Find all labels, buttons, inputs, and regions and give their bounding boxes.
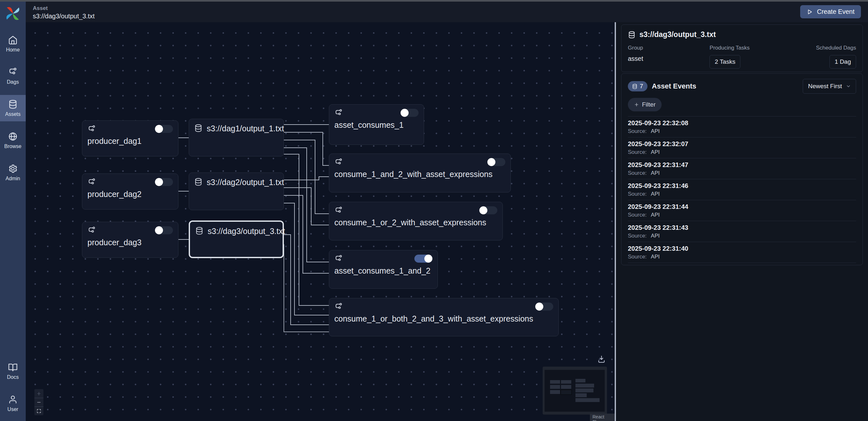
- event-timestamp: 2025-09-23 22:31:44: [628, 203, 856, 210]
- node-label: asset_consumes_1_and_2: [329, 264, 437, 276]
- panel-resizer[interactable]: [615, 22, 616, 421]
- dag-pause-toggle[interactable]: [487, 158, 505, 166]
- dag-node-consume-1-or-2[interactable]: consume_1_or_2_with_asset_expressions: [329, 202, 503, 241]
- asset-event-row: 2025-09-23 22:31:40 Source: API: [628, 242, 856, 263]
- dag-node-consume-1-or-both-2-and-3[interactable]: consume_1_or_both_2_and_3_with_asset_exp…: [329, 298, 559, 336]
- event-source-value: API: [651, 191, 660, 197]
- node-label: asset_consumes_1: [329, 119, 424, 130]
- dag-pause-toggle[interactable]: [401, 109, 418, 117]
- zoom-out-button[interactable]: [34, 398, 43, 406]
- sidebar-item-label: Admin: [5, 176, 20, 181]
- window-top-strip: [0, 0, 868, 2]
- add-filter-button[interactable]: Filter: [628, 98, 661, 111]
- node-label: producer_dag1: [82, 135, 178, 146]
- event-count-badge: 7: [628, 81, 648, 91]
- user-icon: [8, 395, 18, 404]
- sidebar-item-label: Dags: [7, 79, 19, 85]
- dag-icon: [8, 67, 18, 77]
- dag-icon: [334, 255, 343, 264]
- scheduled-dags-label: Scheduled Dags: [816, 45, 856, 51]
- producing-tasks-label: Producing Tasks: [710, 45, 749, 51]
- dag-pause-toggle[interactable]: [535, 303, 553, 311]
- database-icon: [195, 227, 204, 237]
- dag-pause-toggle[interactable]: [155, 178, 173, 186]
- dag-pause-toggle[interactable]: [155, 226, 173, 234]
- minimap-viewport: [545, 370, 605, 412]
- globe-icon: [8, 132, 18, 141]
- asset-details-panel: s3://dag3/output_3.txt Group asset Produ…: [616, 22, 868, 421]
- dag-node-producer-dag2[interactable]: producer_dag2: [82, 173, 179, 209]
- sidebar-item-label: User: [7, 406, 18, 412]
- dag-node-producer-dag3[interactable]: producer_dag3: [82, 222, 179, 258]
- dag-icon: [334, 303, 343, 312]
- event-timestamp: 2025-09-23 22:31:40: [628, 245, 856, 252]
- minimap[interactable]: [542, 367, 607, 415]
- page-title: s3://dag3/output_3.txt: [33, 12, 94, 20]
- event-source-label: Source:: [628, 191, 647, 197]
- dag-icon: [88, 125, 96, 135]
- dag-icon: [88, 226, 96, 236]
- event-source-value: API: [651, 170, 660, 176]
- asset-events-title: Asset Events: [652, 82, 696, 90]
- scheduled-dags-button[interactable]: 1 Dag: [830, 55, 856, 68]
- reactflow-attribution: React Flow: [590, 414, 615, 421]
- node-label: s3://dag3/output_3.txt: [208, 227, 285, 236]
- event-source-value: API: [651, 149, 660, 156]
- sidebar-item-dags[interactable]: Dags: [0, 63, 26, 89]
- dag-node-asset-consumes-1[interactable]: asset_consumes_1: [329, 104, 424, 145]
- event-source-label: Source:: [628, 149, 647, 156]
- event-source-label: Source:: [628, 233, 647, 239]
- asset-event-row: 2025-09-23 22:31:47 Source: API: [628, 158, 856, 179]
- sidebar-item-label: Home: [6, 47, 20, 53]
- event-timestamp: 2025-09-23 22:32:08: [628, 119, 856, 127]
- node-label: consume_1_or_2_with_asset_expressions: [329, 216, 502, 227]
- asset-node-dag2-output[interactable]: s3://dag2/output_1.txt: [189, 172, 284, 210]
- dag-node-producer-dag1[interactable]: producer_dag1: [82, 120, 179, 157]
- dag-icon: [334, 206, 343, 216]
- asset-node-dag3-output-selected[interactable]: s3://dag3/output_3.txt: [189, 221, 284, 258]
- node-label: consume_1_or_both_2_and_3_with_asset_exp…: [329, 312, 558, 324]
- sort-order-select[interactable]: Newest First: [803, 79, 856, 94]
- node-label: producer_dag3: [82, 236, 178, 247]
- sidebar-item-docs[interactable]: Docs: [0, 358, 26, 384]
- dag-pause-toggle[interactable]: [155, 125, 173, 133]
- event-source-label: Source:: [628, 254, 647, 260]
- asset-event-row: 2025-09-23 22:32:07 Source: API: [628, 137, 856, 158]
- create-event-button[interactable]: Create Event: [800, 5, 861, 18]
- book-icon: [8, 362, 18, 372]
- sidebar-item-home[interactable]: Home: [0, 31, 26, 57]
- producing-tasks-button[interactable]: 2 Tasks: [710, 55, 740, 68]
- node-label: consume_1_and_2_with_asset_expressions: [329, 168, 510, 179]
- event-timestamp: 2025-09-23 22:32:07: [628, 140, 856, 148]
- asset-node-dag1-output[interactable]: s3://dag1/output_1.txt: [189, 119, 284, 157]
- node-label: producer_dag2: [82, 188, 178, 199]
- plus-icon: [634, 102, 639, 107]
- asset-title: s3://dag3/output_3.txt: [640, 30, 716, 39]
- event-source-label: Source:: [628, 212, 647, 218]
- dag-pause-toggle[interactable]: [479, 206, 497, 214]
- dag-node-asset-consumes-1-and-2[interactable]: asset_consumes_1_and_2: [329, 250, 438, 289]
- filter-label: Filter: [642, 101, 655, 108]
- dag-pause-toggle[interactable]: [414, 255, 432, 263]
- event-source-label: Source:: [628, 170, 647, 176]
- asset-events-list: 2025-09-23 22:32:08 Source: API 2025-09-…: [628, 116, 856, 263]
- zoom-in-button[interactable]: [34, 389, 43, 398]
- asset-event-row: 2025-09-23 22:31:43 Source: API: [628, 221, 856, 242]
- dag-node-consume-1-and-2[interactable]: consume_1_and_2_with_asset_expressions: [329, 153, 511, 193]
- asset-event-row: 2025-09-23 22:31:46 Source: API: [628, 179, 856, 200]
- asset-summary-card: s3://dag3/output_3.txt Group asset Produ…: [621, 25, 863, 72]
- node-label: s3://dag1/output_1.txt: [207, 124, 284, 133]
- airflow-logo-icon[interactable]: [4, 5, 22, 22]
- asset-event-row: 2025-09-23 22:31:44 Source: API: [628, 200, 856, 221]
- event-count: 7: [640, 83, 643, 90]
- sidebar-item-assets[interactable]: Assets: [0, 95, 26, 121]
- event-timestamp: 2025-09-23 22:31:46: [628, 182, 856, 190]
- sidebar: Home Dags Assets Browse Admin Docs User: [0, 2, 26, 421]
- sidebar-item-user[interactable]: User: [0, 390, 26, 417]
- sidebar-item-browse[interactable]: Browse: [0, 127, 26, 153]
- download-graph-button[interactable]: [597, 355, 606, 363]
- event-source-label: Source:: [628, 128, 647, 135]
- sidebar-item-admin[interactable]: Admin: [0, 159, 26, 186]
- asset-graph-canvas[interactable]: producer_dag1 producer_dag2 producer_dag…: [26, 22, 615, 421]
- fit-view-button[interactable]: [34, 406, 43, 415]
